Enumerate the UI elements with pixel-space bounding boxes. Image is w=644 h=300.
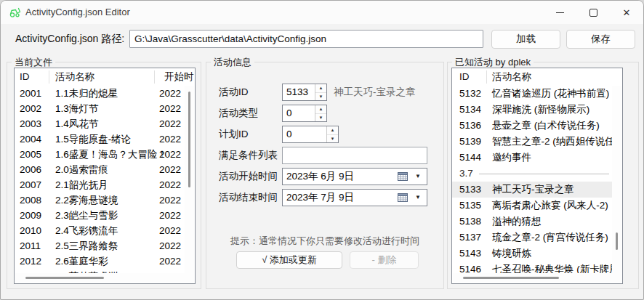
table-cell: 2009 <box>20 208 41 223</box>
column-separator <box>154 70 155 84</box>
condition-list-input[interactable] <box>282 147 427 164</box>
table-row[interactable]: 5134深罪施洗 (新怪物展示) <box>452 102 613 118</box>
table-row[interactable]: 5137琉金之章-2 (宵宫传说任务) <box>452 230 613 246</box>
table-row[interactable]: 20122.6堇庭华彩2022 <box>15 254 185 269</box>
delete-button[interactable]: - 删除 <box>350 251 419 269</box>
table-cell: 2022 <box>159 162 181 177</box>
scrollbar-thumb[interactable] <box>463 277 559 279</box>
spin-down-icon[interactable]: ▼ <box>315 114 326 122</box>
table-row[interactable]: 20102.4飞彩镌流年2022 <box>15 223 185 238</box>
table-cell: 2.4飞彩镌流年 <box>55 223 118 238</box>
table-cell: 1.4风花节 <box>55 116 98 131</box>
activity-id-spinner[interactable]: 5133 ▲▼ <box>282 84 327 101</box>
table-cell: 2022 <box>159 192 181 208</box>
table-row[interactable]: 20112.5三界路飨祭2022 <box>15 238 185 254</box>
column-header-name[interactable]: 活动名称 <box>55 68 94 86</box>
start-time-picker[interactable]: 2023年 6月 9日 ▼ <box>282 168 427 185</box>
scrollbar-thumb[interactable] <box>616 232 618 250</box>
scrollbar-thumb[interactable] <box>188 92 190 187</box>
minimize-button[interactable] <box>543 1 576 24</box>
table-row[interactable]: 20051.6盛夏！海岛？大冒险！2022 <box>15 147 185 162</box>
app-window: ActivityConfig.json Editor ✕ ActivityCon… <box>0 0 644 300</box>
calendar-icon[interactable] <box>398 171 408 181</box>
dropdown-caret-icon[interactable]: ▼ <box>415 190 421 206</box>
table-cell: 2022 <box>159 86 181 101</box>
vertical-scrollbar[interactable] <box>612 86 621 283</box>
maximize-button[interactable] <box>576 1 610 24</box>
table-cell: 深罪施洗 (新怪物展示) <box>492 102 589 118</box>
spin-up-icon[interactable]: ▲ <box>315 84 326 93</box>
table-row[interactable]: 5143铸境研炼 <box>452 246 613 262</box>
table-row[interactable]: 5132忆音诸途巡历 (花神书前置) <box>452 86 613 102</box>
table-cell: 5133 <box>459 182 481 198</box>
column-header-name[interactable]: 活动名称 <box>492 68 531 86</box>
scrollbar-thumb[interactable] <box>25 277 104 279</box>
path-input[interactable] <box>129 30 483 48</box>
table-cell: 2022 <box>159 177 181 192</box>
spin-down-icon[interactable]: ▼ <box>327 135 338 143</box>
table-row[interactable]: 5139智慧主之章-2 (纳西妲传说任务) <box>452 134 613 150</box>
table-row[interactable]: 5136悬壶之章 (白术传说任务) <box>452 118 613 134</box>
table-row[interactable]: 20062.0遏索雷痕2022 <box>15 162 185 177</box>
table-row[interactable]: 20011.1未归的熄星2022 <box>15 86 185 101</box>
condition-list-label: 满足条件列表 <box>219 147 278 164</box>
table-cell: 2011 <box>20 238 41 254</box>
schedule-id-label: 计划ID <box>219 126 249 143</box>
known-activities-table[interactable]: ID 活动名称 5132忆音诸途巡历 (花神书前置)5134深罪施洗 (新怪物展… <box>451 68 623 284</box>
table-cell: 2.3皑尘与雪影 <box>55 208 118 223</box>
version-label: 3.7 <box>459 166 473 182</box>
table-cell: 2007 <box>20 177 41 192</box>
table-cell: 溢神的猜想 <box>492 214 542 230</box>
close-button[interactable]: ✕ <box>610 1 643 24</box>
vertical-scrollbar[interactable] <box>185 86 194 283</box>
table-cell: 5139 <box>459 134 481 150</box>
table-cell: 2004 <box>20 131 41 147</box>
table-row[interactable]: 5135离垢者肃心旅宴 (风来人-2) <box>452 198 613 214</box>
save-button[interactable]: 保存 <box>566 30 635 49</box>
column-header-id[interactable]: ID <box>459 68 470 86</box>
dropdown-caret-icon[interactable]: ▼ <box>415 169 421 185</box>
activity-id-label: 活动ID <box>219 84 249 101</box>
table-cell: 琉金之章-2 (宵宫传说任务) <box>492 230 608 246</box>
titlebar[interactable]: ActivityConfig.json Editor ✕ <box>1 1 643 24</box>
table-row[interactable]: 20021.3海灯节2022 <box>15 101 185 116</box>
current-file-table[interactable]: ID 活动名称 开始时 20011.1未归的熄星202220021.3海灯节20… <box>14 68 196 284</box>
table-cell: 铸境研炼 <box>492 246 531 262</box>
activity-name-note: 神工天巧-宝录之章 <box>334 84 416 101</box>
table-row[interactable]: 20031.4风花节2022 <box>15 116 185 131</box>
horizontal-scrollbar[interactable] <box>15 273 185 283</box>
table-cell: 2001 <box>20 86 41 101</box>
activity-info-title: 活动信息 <box>211 56 254 69</box>
table-cell: 2022 <box>159 223 181 238</box>
close-icon: ✕ <box>623 8 631 17</box>
table-cell: 5134 <box>459 102 481 118</box>
table-cell: 5137 <box>459 230 481 246</box>
end-time-picker[interactable]: 2023年 7月 9日 ▼ <box>282 189 427 206</box>
calendar-icon[interactable] <box>398 192 408 202</box>
table-row[interactable]: 5144邀约事件 <box>452 150 613 166</box>
column-header-start[interactable]: 开始时 <box>164 68 194 86</box>
table-row[interactable]: 20072.1韶光抚月2022 <box>15 177 185 192</box>
table-cell: 神工天巧-宝录之章 <box>492 182 574 198</box>
table-row[interactable]: 20092.3皑尘与雪影2022 <box>15 208 185 223</box>
spin-up-icon[interactable]: ▲ <box>327 126 338 135</box>
add-or-update-button[interactable]: √ 添加或更新 <box>236 251 342 269</box>
activity-id-value: 5133 <box>286 84 308 100</box>
column-separator <box>486 70 487 84</box>
table-cell: 智慧主之章-2 (纳西妲传说任务) <box>492 134 613 150</box>
horizontal-scrollbar[interactable] <box>453 273 612 283</box>
activity-type-spinner[interactable]: 0 ▲▼ <box>282 105 327 122</box>
spin-down-icon[interactable]: ▼ <box>315 93 326 101</box>
table-row[interactable]: 20082.2雾海悬谜境2022 <box>15 192 185 208</box>
schedule-id-spinner[interactable]: 0 ▲▼ <box>282 126 339 143</box>
table-row[interactable]: 20041.5导能原盘-绪论2022 <box>15 131 185 147</box>
table-cell: 2.0遏索雷痕 <box>55 162 108 177</box>
table-row[interactable]: 5133神工天巧-宝录之章 <box>452 182 613 198</box>
spin-up-icon[interactable]: ▲ <box>315 105 326 114</box>
table-row[interactable]: 5138溢神的猜想 <box>452 214 613 230</box>
minimize-icon <box>556 12 564 13</box>
table-cell: 2022 <box>159 131 181 147</box>
load-button[interactable]: 加载 <box>491 30 560 49</box>
table-cell: 2022 <box>159 101 181 116</box>
column-header-id[interactable]: ID <box>20 68 30 86</box>
